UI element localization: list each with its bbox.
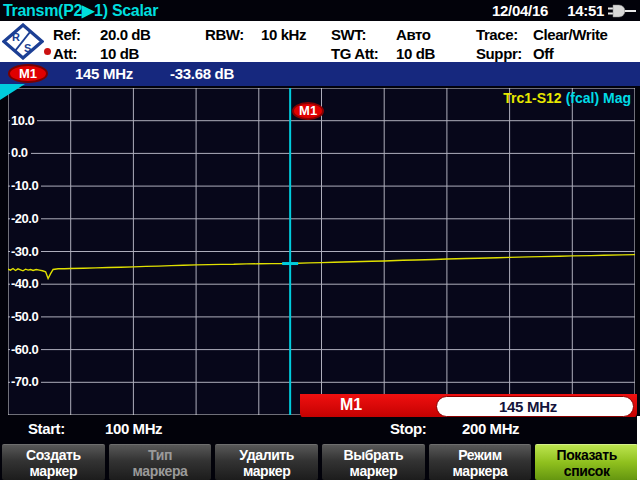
trace-format: (fcal) Mag xyxy=(566,90,631,106)
settings-panel: R S Ref: 20.0 dB RBW: 10 kHz SWT: Авто T… xyxy=(0,21,640,62)
ac-plug-icon xyxy=(608,4,636,22)
softkey-bar: Создать маркер Тип маркера Удалить марке… xyxy=(0,444,640,480)
y-axis-label: -30.0 xyxy=(10,244,41,260)
att-label: Att: xyxy=(53,45,77,62)
softkey-marker-type[interactable]: Тип маркера xyxy=(109,444,212,480)
marker-frequency-readout: 145 MHz xyxy=(75,65,133,82)
tg-att-label: TG Att: xyxy=(331,45,378,62)
y-axis-label: -50.0 xyxy=(10,309,41,325)
start-value[interactable]: 100 MHz xyxy=(105,420,162,437)
y-axis-label: -40.0 xyxy=(10,276,41,292)
suppr-value[interactable]: Off xyxy=(533,45,553,62)
softkey-create-marker[interactable]: Создать маркер xyxy=(2,444,105,480)
stop-label: Stop: xyxy=(390,420,426,437)
softkey-show-list[interactable]: Показать список xyxy=(535,444,638,480)
frequency-axis-row: Start: 100 MHz Stop: 200 MHz xyxy=(0,417,640,443)
marker-entry-bar: M1 145 MHz xyxy=(300,394,637,419)
trace-label: Trace: xyxy=(476,26,518,43)
time-display: 14:51 xyxy=(567,2,604,19)
svg-text:R: R xyxy=(12,31,20,43)
ref-value[interactable]: 20.0 dB xyxy=(100,26,151,43)
y-axis-label: -10.0 xyxy=(10,178,41,194)
tg-att-value[interactable]: 10 dB xyxy=(396,45,435,62)
marker-readout-row: M1 145 MHz -33.68 dB xyxy=(0,62,640,86)
measurement-title: Transm(P2▶1) Scalar xyxy=(3,1,158,20)
start-label: Start: xyxy=(28,420,65,437)
svg-text:S: S xyxy=(24,42,31,54)
marker-entry-name: M1 xyxy=(340,396,362,414)
y-axis-label: -70.0 xyxy=(10,374,41,390)
marker-level-readout: -33.68 dB xyxy=(170,65,234,82)
y-axis-label: 0.0 xyxy=(10,145,31,161)
softkey-delete-marker[interactable]: Удалить маркер xyxy=(215,444,318,480)
suppr-label: Suppr: xyxy=(476,45,522,62)
swt-label: SWT: xyxy=(331,26,366,43)
softkey-select-marker[interactable]: Выбрать маркер xyxy=(322,444,425,480)
marker-flag[interactable]: M1 xyxy=(292,102,324,120)
trace-legend: Trc1-S12(fcal) Mag xyxy=(503,90,631,106)
swt-value[interactable]: Авто xyxy=(396,26,431,43)
trace-name: Trc1-S12 xyxy=(503,90,561,106)
rbw-label: RBW: xyxy=(205,26,244,43)
analyzer-screen: Transm(P2▶1) Scalar 12/04/16 14:51 R S R… xyxy=(0,0,640,480)
marker-badge: M1 xyxy=(8,64,48,83)
att-value[interactable]: 10 dB xyxy=(100,45,139,62)
trace-plot-area: Trc1-S12(fcal) Mag M1 10.00.0-10.0-20.0-… xyxy=(8,88,635,415)
title-bar: Transm(P2▶1) Scalar 12/04/16 14:51 xyxy=(0,0,640,21)
trace-value[interactable]: Clear/Write xyxy=(533,26,608,43)
date-display: 12/04/16 xyxy=(492,2,548,19)
att-indicator-dot xyxy=(44,48,51,55)
plot-canvas xyxy=(8,88,635,415)
rbw-value[interactable]: 10 kHz xyxy=(261,26,306,43)
y-axis-label: 10.0 xyxy=(10,113,37,129)
y-axis-label: -20.0 xyxy=(10,211,41,227)
reference-position-icon xyxy=(0,84,25,100)
softkey-marker-mode[interactable]: Режим маркера xyxy=(429,444,532,480)
ref-label: Ref: xyxy=(53,26,81,43)
y-axis-label: -60.0 xyxy=(10,342,41,358)
stop-value[interactable]: 200 MHz xyxy=(462,420,519,437)
marker-frequency-input[interactable]: 145 MHz xyxy=(436,396,634,417)
rohde-schwarz-logo: R S xyxy=(2,23,44,64)
